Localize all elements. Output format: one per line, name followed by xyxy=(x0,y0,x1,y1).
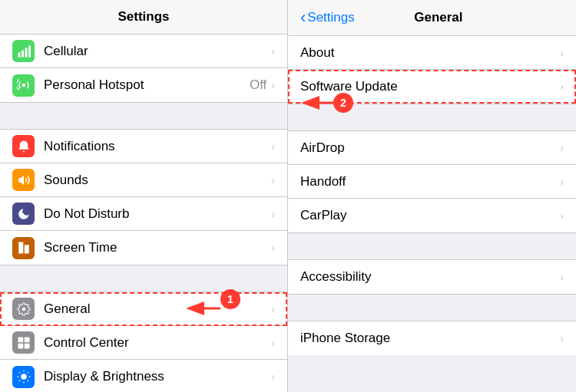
section-divider-2 xyxy=(0,265,287,292)
svg-rect-1 xyxy=(22,50,24,57)
display-chevron: › xyxy=(271,371,275,383)
cellular-chevron: › xyxy=(271,45,275,58)
airdrop-label: AirDrop xyxy=(300,140,560,156)
donotdisturb-chevron: › xyxy=(271,208,275,220)
svg-point-13 xyxy=(21,374,27,380)
sounds-label: Sounds xyxy=(44,173,271,188)
accessibility-label: Accessibility xyxy=(300,269,560,285)
svg-point-4 xyxy=(22,84,25,87)
right-row-carplay[interactable]: CarPlay › xyxy=(288,199,576,232)
accessibility-chevron: › xyxy=(560,271,564,283)
settings-row-general[interactable]: General › xyxy=(0,292,287,326)
svg-rect-6 xyxy=(18,242,23,254)
settings-row-sounds[interactable]: Sounds › xyxy=(0,163,287,197)
svg-rect-7 xyxy=(24,245,28,253)
svg-rect-11 xyxy=(18,343,23,348)
right-panel-header: ‹ Settings General xyxy=(288,0,576,36)
display-icon xyxy=(12,366,35,388)
svg-rect-3 xyxy=(28,45,31,57)
settings-row-controlcenter[interactable]: Control Center › xyxy=(0,326,287,360)
right-row-about[interactable]: About › xyxy=(288,36,576,70)
svg-line-16 xyxy=(19,372,20,373)
settings-row-screentime[interactable]: Screen Time › xyxy=(0,231,287,265)
screentime-chevron: › xyxy=(271,242,275,254)
left-panel-header: Settings xyxy=(0,0,287,35)
about-label: About xyxy=(300,45,560,61)
svg-rect-9 xyxy=(18,337,23,342)
right-row-handoff[interactable]: Handoff › xyxy=(288,165,576,199)
settings-row-donotdisturb[interactable]: Do Not Disturb › xyxy=(0,197,287,231)
svg-rect-12 xyxy=(24,343,29,348)
hotspot-label: Personal Hotspot xyxy=(44,77,250,93)
controlcenter-label: Control Center xyxy=(44,335,271,351)
right-row-iphone-storage[interactable]: iPhone Storage › xyxy=(288,321,576,355)
handoff-label: Handoff xyxy=(300,174,560,189)
notifications-icon xyxy=(12,135,35,157)
left-panel: Settings Cellular › Personal Hotspot Off… xyxy=(0,0,288,392)
settings-row-display[interactable]: Display & Brightness › xyxy=(0,360,287,392)
svg-point-8 xyxy=(22,307,25,311)
right-section-continuity: AirDrop › Handoff › CarPlay › xyxy=(288,131,576,232)
right-row-airdrop[interactable]: AirDrop › xyxy=(288,131,576,165)
right-section-top: About › Software Update › xyxy=(288,36,576,104)
settings-section-system: General › Control Center › Display & Bri… xyxy=(0,292,287,392)
iphone-storage-chevron: › xyxy=(560,332,564,344)
right-row-accessibility[interactable]: Accessibility › xyxy=(288,260,576,294)
screentime-label: Screen Time xyxy=(44,240,271,255)
iphone-storage-label: iPhone Storage xyxy=(300,331,560,346)
controlcenter-chevron: › xyxy=(271,337,275,349)
notifications-chevron: › xyxy=(271,140,275,153)
sounds-icon xyxy=(12,169,35,191)
donotdisturb-label: Do Not Disturb xyxy=(44,206,271,222)
cellular-label: Cellular xyxy=(44,44,271,59)
general-label: General xyxy=(44,301,271,317)
right-section-misc: Accessibility › xyxy=(288,260,576,294)
right-panel-title: General xyxy=(313,10,564,25)
sounds-chevron: › xyxy=(271,174,275,186)
svg-rect-10 xyxy=(24,337,29,342)
right-panel: ‹ Settings General About › Software Upda… xyxy=(288,0,576,392)
carplay-label: CarPlay xyxy=(300,208,560,223)
about-chevron: › xyxy=(560,47,564,59)
software-update-label: Software Update xyxy=(300,79,560,94)
settings-row-notifications[interactable]: Notifications › xyxy=(0,130,287,163)
software-update-chevron: › xyxy=(560,81,564,93)
svg-rect-0 xyxy=(18,52,20,57)
settings-row-cellular[interactable]: Cellular › xyxy=(0,35,287,68)
section-divider-1 xyxy=(0,102,287,130)
svg-line-17 xyxy=(27,380,28,381)
controlcenter-icon xyxy=(12,331,35,354)
settings-row-hotspot[interactable]: Personal Hotspot Off › xyxy=(0,68,287,102)
settings-section-alerts: Notifications › Sounds › Do Not Disturb … xyxy=(0,130,287,265)
cellular-icon xyxy=(12,40,35,62)
general-chevron: › xyxy=(271,303,275,315)
general-icon xyxy=(12,298,35,320)
carplay-chevron: › xyxy=(560,209,564,222)
settings-section-network: Cellular › Personal Hotspot Off › xyxy=(0,35,287,102)
left-panel-title: Settings xyxy=(118,9,169,24)
svg-marker-5 xyxy=(18,176,24,185)
display-label: Display & Brightness xyxy=(44,369,271,384)
right-section-divider-3 xyxy=(288,294,576,321)
right-row-software-update[interactable]: Software Update › xyxy=(288,70,576,104)
notifications-label: Notifications xyxy=(44,139,271,154)
screentime-icon xyxy=(12,237,35,259)
right-section-divider-2 xyxy=(288,232,576,260)
svg-line-20 xyxy=(19,380,20,381)
donotdisturb-icon xyxy=(12,203,35,225)
svg-rect-2 xyxy=(25,48,27,57)
right-section-divider-1 xyxy=(288,104,576,131)
hotspot-icon xyxy=(12,74,35,97)
right-section-storage: iPhone Storage › xyxy=(288,321,576,355)
hotspot-chevron: › xyxy=(271,79,275,91)
back-chevron-icon: ‹ xyxy=(300,9,306,26)
svg-line-21 xyxy=(27,372,28,373)
airdrop-chevron: › xyxy=(560,142,564,154)
hotspot-value: Off xyxy=(250,77,266,93)
handoff-chevron: › xyxy=(560,176,564,188)
